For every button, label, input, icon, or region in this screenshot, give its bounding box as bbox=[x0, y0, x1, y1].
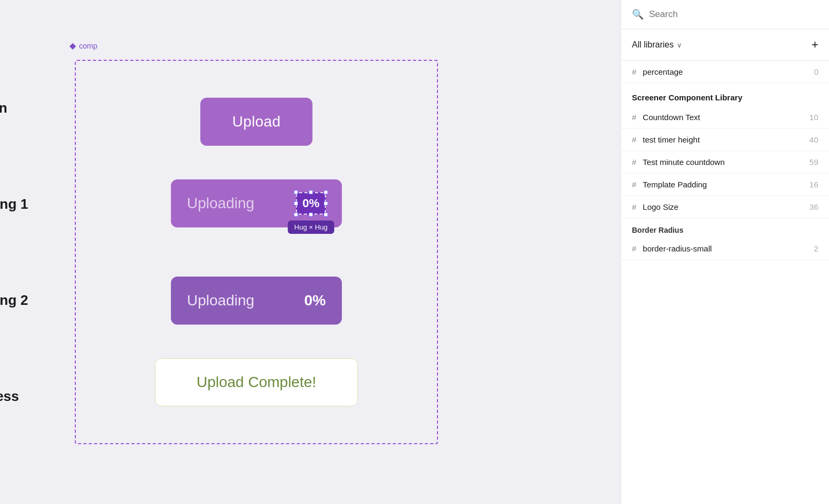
percentage-badge[interactable]: 0% bbox=[296, 192, 326, 215]
uploading-text-2: Uploading bbox=[187, 292, 254, 309]
chevron-down-icon: ∨ bbox=[677, 41, 682, 49]
hash-icon-logo: # bbox=[632, 202, 636, 211]
success-row: Upload Complete! bbox=[107, 358, 406, 406]
upload-button[interactable]: Upload bbox=[200, 98, 312, 146]
hash-icon-border-small: # bbox=[632, 244, 636, 253]
template-padding-name: Template Padding bbox=[643, 180, 803, 189]
handle-br bbox=[324, 212, 328, 217]
button-row: Upload bbox=[107, 98, 406, 146]
logo-size-count: 36 bbox=[809, 202, 818, 211]
loading1-label: Loading 1 bbox=[0, 156, 59, 252]
hash-icon-countdown: # bbox=[632, 113, 636, 122]
canvas-area: ◆ comp Button Loading 1 Loading 2 Succes… bbox=[0, 0, 513, 504]
border-radius-small-count: 2 bbox=[814, 244, 818, 253]
screener-section-header: Screener Component Library bbox=[621, 83, 829, 106]
loading2-row: Uploading 0% bbox=[107, 277, 406, 325]
percentage-plain: 0% bbox=[304, 292, 326, 309]
border-radius-small-row[interactable]: # border-radius-small 2 bbox=[621, 238, 829, 260]
handle-ml bbox=[294, 201, 298, 206]
logo-size-name: Logo Size bbox=[643, 202, 803, 211]
border-radius-small-name: border-radius-small bbox=[643, 244, 807, 253]
button-label: Button bbox=[0, 60, 59, 156]
countdown-text-row[interactable]: # Countdown Text 10 bbox=[621, 106, 829, 129]
countdown-text-name: Countdown Text bbox=[643, 113, 803, 122]
libraries-label[interactable]: All libraries ∨ bbox=[632, 40, 682, 50]
comp-label: ◆ comp bbox=[69, 41, 97, 51]
percentage-var-name: percentage bbox=[643, 67, 807, 76]
template-padding-row[interactable]: # Template Padding 16 bbox=[621, 174, 829, 196]
hash-icon-timer: # bbox=[632, 135, 636, 144]
right-panel: 🔍 All libraries ∨ + # percentage 0 Scree… bbox=[621, 0, 829, 504]
percentage-var-count: 0 bbox=[814, 67, 818, 76]
all-libraries-text: All libraries bbox=[632, 40, 674, 50]
loading1-button[interactable]: Uploading 0% bbox=[171, 179, 342, 227]
test-timer-height-name: test timer height bbox=[643, 135, 803, 144]
comp-label-text: comp bbox=[79, 42, 97, 50]
handle-tm bbox=[309, 190, 313, 194]
handle-bm bbox=[309, 212, 313, 217]
uploading-text-1: Uploading bbox=[187, 195, 254, 212]
countdown-text-count: 10 bbox=[809, 113, 818, 122]
comp-frame: ◆ comp Button Loading 1 Loading 2 Succes… bbox=[75, 60, 438, 444]
handle-tr bbox=[324, 190, 328, 194]
handle-tl bbox=[294, 190, 298, 194]
logo-size-row[interactable]: # Logo Size 36 bbox=[621, 196, 829, 218]
hug-tooltip: Hug × Hug bbox=[288, 220, 334, 234]
search-input[interactable] bbox=[649, 9, 818, 20]
border-radius-section-header: Border Radius bbox=[621, 218, 829, 238]
template-padding-count: 16 bbox=[809, 180, 818, 189]
hash-icon-padding: # bbox=[632, 180, 636, 189]
test-timer-height-row[interactable]: # test timer height 40 bbox=[621, 129, 829, 151]
handle-mr bbox=[324, 201, 328, 206]
search-bar: 🔍 bbox=[621, 0, 829, 29]
test-timer-height-count: 40 bbox=[809, 135, 818, 144]
search-icon: 🔍 bbox=[632, 9, 644, 20]
loading2-label: Loading 2 bbox=[0, 252, 59, 348]
hash-icon-percentage: # bbox=[632, 67, 636, 76]
test-minute-countdown-count: 59 bbox=[809, 158, 818, 167]
percentage-var-row[interactable]: # percentage 0 bbox=[621, 61, 829, 83]
percentage-badge-wrap: 0% bbox=[296, 192, 326, 215]
loading2-button[interactable]: Uploading 0% bbox=[171, 277, 342, 325]
test-minute-countdown-name: Test minute countdown bbox=[643, 158, 803, 167]
success-button[interactable]: Upload Complete! bbox=[155, 358, 358, 406]
handle-bl bbox=[294, 212, 298, 217]
hash-icon-minute: # bbox=[632, 158, 636, 167]
success-label: Success bbox=[0, 348, 59, 444]
upload-complete-text: Upload Complete! bbox=[197, 374, 316, 391]
row-labels: Button Loading 1 Loading 2 Success bbox=[0, 60, 59, 444]
percentage-value: 0% bbox=[302, 196, 319, 210]
loading1-row: Uploading 0% bbox=[107, 179, 406, 227]
comp-diamond-icon: ◆ bbox=[69, 41, 76, 51]
test-minute-countdown-row[interactable]: # Test minute countdown 59 bbox=[621, 151, 829, 174]
add-library-button[interactable]: + bbox=[811, 38, 818, 52]
libraries-row: All libraries ∨ + bbox=[621, 29, 829, 61]
